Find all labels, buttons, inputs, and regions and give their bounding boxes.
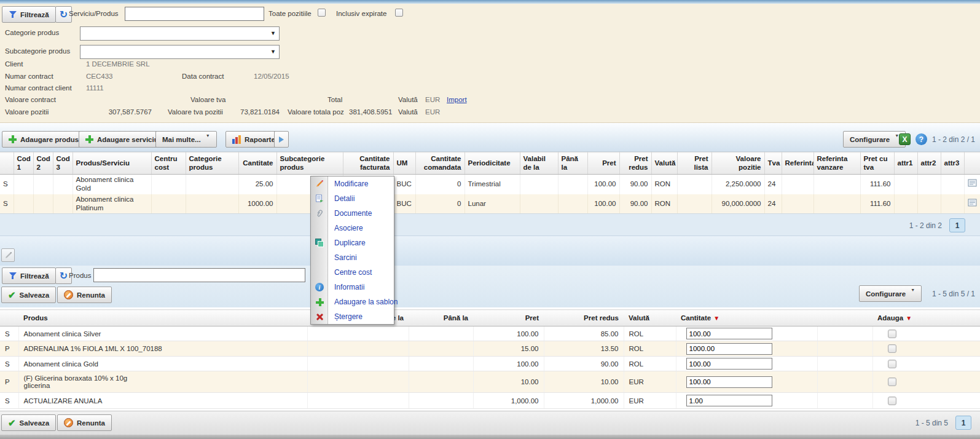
add-checkbox[interactable] <box>888 378 896 386</box>
col-subcategorie-produs[interactable]: Subcategorie produs <box>276 152 343 175</box>
menu-item-detalii[interactable]: Detalii <box>311 191 394 206</box>
position-row-gold[interactable]: S Abonament clinica Gold 25.00 BUC 0 Tri… <box>0 175 980 194</box>
menu-item-stergere[interactable]: Ștergere <box>311 309 394 324</box>
col-periodicitate[interactable]: Periodicitate <box>465 152 520 175</box>
menu-item-modificare[interactable]: Modificare <box>311 176 394 191</box>
client-value: 1 DECEMBRIE SRL <box>86 60 150 68</box>
add-product-button[interactable]: Adaugare produs <box>2 131 85 148</box>
catalog-row[interactable]: P (F) Glicerina boraxata 10% x 10g glice… <box>0 371 980 393</box>
col-pret[interactable]: Pret <box>473 310 544 326</box>
quantity-input[interactable] <box>686 395 772 406</box>
add-checkbox[interactable] <box>888 360 896 368</box>
help-icon[interactable]: ? <box>915 133 927 145</box>
col-referinta[interactable]: Referinta <box>782 152 813 175</box>
filter-button-top[interactable]: Filtrează <box>2 6 56 23</box>
save-button[interactable]: ✔ Salveaza <box>1 287 56 303</box>
menu-item-documente[interactable]: Documente <box>311 206 394 221</box>
product-filter-input[interactable] <box>93 268 305 282</box>
include-expired-checkbox[interactable] <box>395 9 403 17</box>
col-attr3[interactable]: attr3 <box>941 152 964 175</box>
catalog-page-1-button[interactable]: 1 <box>955 416 971 430</box>
col-attr2[interactable]: attr2 <box>917 152 941 175</box>
col-tva[interactable]: Tva <box>764 152 782 175</box>
positions-value: 307,587.5767 <box>86 108 152 116</box>
positions-table: Cod 1 Cod 2 Cod 3 Produs/Serviciu Centru… <box>0 152 980 213</box>
position-row-platinum[interactable]: S Abonament clinica Platinum 1000.00 BUC… <box>0 194 980 214</box>
service-product-input[interactable] <box>125 7 264 21</box>
col-produs-serviciu[interactable]: Produs/Serviciu <box>73 152 151 175</box>
col-attr1[interactable]: attr1 <box>894 152 917 175</box>
add-service-button[interactable]: Adaugare serviciu <box>79 131 165 148</box>
col-cantitate-facturata[interactable]: Cantitate facturata <box>343 152 393 175</box>
menu-item-sarcini[interactable]: Sarcini <box>311 250 394 265</box>
col-pret-redus[interactable]: Pret redus <box>544 310 624 326</box>
menu-item-duplicare[interactable]: Duplicare <box>311 235 394 250</box>
menu-item-centre-cost[interactable]: Centre cost <box>311 265 394 280</box>
quantity-input[interactable] <box>686 343 772 355</box>
subcategory-select[interactable]: ▼ <box>80 45 280 59</box>
col-type <box>0 310 18 326</box>
cancel-button-bottom[interactable]: Renunta <box>57 414 112 431</box>
filter-button-catalog[interactable]: Filtrează <box>2 267 56 284</box>
positions-page-1-button[interactable]: 1 <box>949 218 965 232</box>
reports-run-button[interactable] <box>274 131 289 148</box>
catalog-row[interactable]: S Abonament clinica Gold 100.00 90.00 RO… <box>0 357 980 371</box>
row-notes-cell[interactable] <box>964 194 980 214</box>
col-cod2[interactable]: Cod 2 <box>33 152 53 175</box>
col-cod1[interactable]: Cod 1 <box>14 152 33 175</box>
col-valuta[interactable]: Valută <box>624 310 676 326</box>
client-contract-number-value: 11111 <box>86 84 104 92</box>
cancel-button-label: Renunta <box>77 291 105 299</box>
menu-item-asociere[interactable]: Asociere <box>311 221 394 235</box>
col-centru-cost[interactable]: Centru cost <box>151 152 186 175</box>
more-button[interactable]: Mai multe... ▼ <box>155 131 217 148</box>
add-checkbox[interactable] <box>888 330 896 338</box>
menu-item-adaugare-la-sablon[interactable]: Adaugare la sablon <box>311 295 394 309</box>
cell-periodicitate: Trimestrial <box>465 175 520 194</box>
arrow-right-icon <box>279 136 284 143</box>
col-pret-lista[interactable]: Pret lista <box>677 152 711 175</box>
col-cantitate[interactable]: Cantitate▼ <box>676 310 817 326</box>
col-produs[interactable]: Produs <box>18 310 307 326</box>
col-valuta[interactable]: Valută <box>651 152 677 175</box>
positions-pager-band: 1 - 2 din 2 1 <box>0 213 980 236</box>
add-checkbox[interactable] <box>888 397 896 405</box>
catalog-row[interactable]: P ADRENALINA 1% FIOLA 1ML X 100_70188 15… <box>0 341 980 357</box>
row-notes-cell[interactable] <box>964 175 980 194</box>
cell-valuta: RON <box>651 175 677 194</box>
col-adauga[interactable]: Adauga▼ <box>872 310 980 326</box>
col-referinta-vanzare[interactable]: Referinta vanzare <box>813 152 860 175</box>
cell-type: S <box>0 393 18 409</box>
configure-button-catalog[interactable]: Configurare ▼ <box>859 285 922 302</box>
col-categorie-produs[interactable]: Categorie produs <box>186 152 238 175</box>
col-pana-la[interactable]: Până la <box>558 152 587 175</box>
col-cantitate[interactable]: Cantitate <box>238 152 276 175</box>
col-cantitate-comandata[interactable]: Cantitate comandata <box>415 152 465 175</box>
col-pret-cu-tva[interactable]: Pret cu tva <box>860 152 894 175</box>
category-select[interactable]: ▼ <box>80 26 280 41</box>
col-cod3[interactable]: Cod 3 <box>53 152 73 175</box>
export-excel-icon[interactable]: X <box>899 133 911 145</box>
catalog-row[interactable]: S ACTUALIZARE ANUALA 1,000.00 1,000.00 E… <box>0 393 980 409</box>
menu-item-informatii[interactable]: i Informatii <box>311 280 394 295</box>
add-checkbox[interactable] <box>888 344 896 353</box>
quantity-input[interactable] <box>686 358 772 370</box>
col-um[interactable]: UM <box>393 152 415 175</box>
excel-x-glyph: X <box>902 135 907 144</box>
all-positions-checkbox[interactable] <box>318 9 326 17</box>
edit-disabled-button[interactable] <box>1 248 15 262</box>
col-pret[interactable]: Pret <box>587 152 619 175</box>
cell-produs: Abonament clinica Silver <box>18 326 307 341</box>
catalog-row[interactable]: S Abonament clinica Silver 100.00 85.00 … <box>0 326 980 341</box>
import-link[interactable]: Import <box>447 96 467 103</box>
cell-pret-redus: 90.00 <box>619 175 651 194</box>
col-pana-la[interactable]: Până la <box>409 310 473 326</box>
cancel-button[interactable]: Renunta <box>57 287 112 303</box>
configure-button-top[interactable]: Configurare ▼ <box>843 131 906 148</box>
quantity-input[interactable] <box>686 376 772 388</box>
quantity-input[interactable] <box>686 328 772 339</box>
col-valabil-de-la[interactable]: Valabil de la <box>520 152 558 175</box>
col-valoare-pozitie[interactable]: Valoare pozitie <box>711 152 764 175</box>
col-pret-redus[interactable]: Pret redus <box>619 152 651 175</box>
save-button-bottom[interactable]: ✔ Salveaza <box>1 414 56 431</box>
